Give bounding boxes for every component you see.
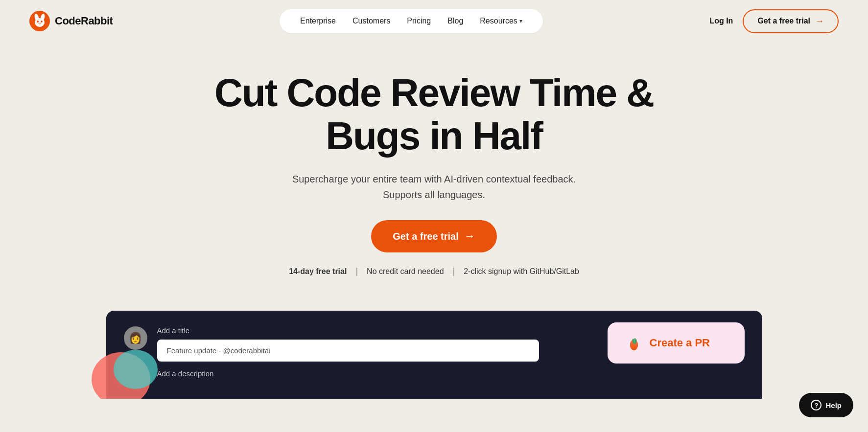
separator-1: | [355, 266, 358, 276]
logo-area: CodeRabbit [29, 11, 113, 31]
svg-point-5 [41, 21, 43, 23]
nav-resources[interactable]: Resources ▾ [473, 14, 529, 28]
trial-duration: 14-day free trial [289, 267, 347, 276]
login-button[interactable]: Log In [709, 17, 733, 25]
svg-point-6 [38, 23, 41, 24]
nav-enterprise[interactable]: Enterprise [293, 14, 343, 28]
nav-blog[interactable]: Blog [441, 14, 470, 28]
form-desc-label: Add a description [157, 369, 745, 378]
arrow-right-icon: → [465, 230, 475, 243]
hero-title: Cut Code Review Time & Bugs in Half [214, 71, 655, 158]
question-mark-icon: ? [811, 400, 821, 410]
hero-section: Cut Code Review Time & Bugs in Half Supe… [0, 42, 868, 291]
demo-area: 👩 Add a title Feature update - @coderabb… [77, 311, 792, 399]
nav-trial-button[interactable]: Get a free trial → [743, 9, 839, 33]
nav-customers[interactable]: Customers [346, 14, 397, 28]
coderabbit-logo-icon [29, 11, 50, 31]
brand-name: CodeRabbit [55, 15, 113, 27]
create-pr-label: Create a PR [650, 337, 710, 349]
navbar: CodeRabbit Enterprise Customers Pricing … [0, 0, 868, 42]
demo-card: 👩 Add a title Feature update - @coderabb… [106, 311, 762, 399]
decorative-blob-left [92, 340, 170, 399]
create-pr-card[interactable]: Create a PR [608, 322, 745, 364]
signup-method: 2-click signup with GitHub/GitLab [464, 267, 579, 276]
help-label: Help [825, 401, 842, 409]
nav-links: Enterprise Customers Pricing Blog Resour… [280, 9, 543, 33]
nav-pricing[interactable]: Pricing [400, 14, 438, 28]
no-credit-card: No credit card needed [367, 267, 444, 276]
navbar-right: Log In Get a free trial → [709, 9, 839, 33]
hero-subtitle: Supercharge your entire team with AI-dri… [292, 171, 576, 203]
hero-meta: 14-day free trial | No credit card neede… [289, 266, 579, 276]
hero-cta-button[interactable]: Get a free trial → [371, 220, 497, 252]
help-button[interactable]: ? Help [799, 393, 853, 417]
form-title-input[interactable]: Feature update - @coderabbitai [157, 340, 539, 362]
carrot-icon [625, 334, 643, 352]
svg-point-4 [37, 21, 39, 23]
arrow-right-icon: → [815, 16, 824, 26]
separator-2: | [453, 266, 455, 276]
chevron-down-icon: ▾ [519, 18, 522, 24]
svg-point-8 [114, 350, 158, 389]
